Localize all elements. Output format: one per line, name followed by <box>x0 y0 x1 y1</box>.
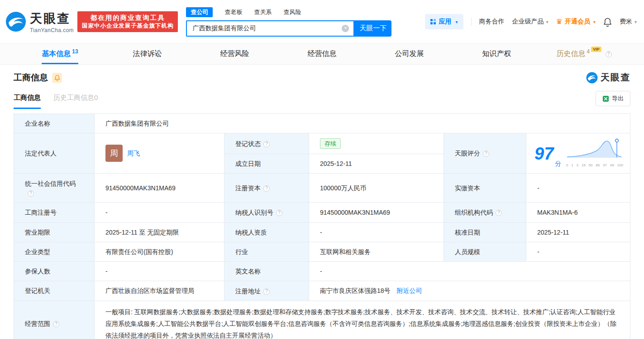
chevron-down-icon: ▾ <box>456 19 458 24</box>
help-icon[interactable]: ? <box>483 151 489 157</box>
subscribe-bell-icon[interactable] <box>52 73 62 83</box>
field-label-text: 注册地址 <box>235 287 261 295</box>
credit-code-value: 91450000MAK3N1MA69 <box>95 174 224 202</box>
tab-company-development[interactable]: 公司发展 <box>366 44 453 64</box>
username: 费米 <box>620 18 632 26</box>
tab-label: 经营风险 <box>220 49 249 59</box>
field-label: 实缴资本 <box>444 174 526 202</box>
reg-capital-value: 100000万人民币 <box>309 174 444 202</box>
vip-badge: VIP <box>591 47 601 52</box>
nearby-companies-link[interactable]: 附近公司 <box>396 287 422 294</box>
tab-history-info[interactable]: 历史信息 4 VIP ? <box>540 44 628 64</box>
enterprise-products-label: 企业级产品 <box>512 18 544 26</box>
search-tab-risk[interactable]: 查风险 <box>283 8 301 16</box>
field-label: 人员规模 <box>444 242 526 261</box>
search-input[interactable] <box>187 21 353 36</box>
staff-size-value: - <box>526 242 630 261</box>
subtab-business-info[interactable]: 工商信息 <box>14 94 41 109</box>
open-vip-label: 开通会员 <box>565 18 590 26</box>
field-label-text: 注册资本 <box>235 184 261 192</box>
tab-label: 知识产权 <box>482 49 511 59</box>
tab-operating-info[interactable]: 经营信息 <box>278 44 366 64</box>
help-icon[interactable]: ? <box>263 288 270 295</box>
business-term-value: 2025-12-11 至 无固定期限 <box>95 222 224 242</box>
tab-intellectual-property[interactable]: 知识产权 <box>453 44 540 64</box>
tab-label: 历史信息 <box>556 49 585 59</box>
tab-operating-risk[interactable]: 经营风险 <box>191 44 278 64</box>
search-tab-company[interactable]: 查公司 <box>186 7 213 17</box>
header-menu: 应用 ▾ 商务合作 企业级产品 ▾ ♛ 开通会员 ▾ 费米 ▾ <box>425 14 637 29</box>
help-icon[interactable]: ? <box>263 185 270 192</box>
help-icon[interactable]: ? <box>263 141 270 147</box>
status-badge: 存续 <box>320 138 341 149</box>
tianyan-score-value: 97 <box>534 145 553 162</box>
field-label: 行业 <box>224 242 309 261</box>
tab-basic-info[interactable]: 基本信息 13 <box>16 44 104 64</box>
business-cooperation-link[interactable]: 商务合作 <box>479 18 505 26</box>
search-tab-boss[interactable]: 查老板 <box>224 8 242 16</box>
help-icon[interactable]: ? <box>53 321 59 327</box>
clear-icon[interactable]: × <box>342 25 349 32</box>
apps-button[interactable]: 应用 ▾ <box>425 14 463 29</box>
establish-date-value: 2025-12-11 <box>309 154 444 174</box>
field-label: 英文名称 <box>224 261 309 281</box>
field-label: 法定代表人 <box>14 133 95 174</box>
address-value: 南宁市良庆区体强路18号 <box>320 287 391 294</box>
field-label: 纳税人资质 <box>224 222 309 242</box>
export-button[interactable]: 导出 <box>596 91 630 106</box>
table-row: 法定代表人 周 周飞 登记状态? 存续 天眼评分? 97 分 <box>14 133 630 154</box>
crown-icon: ♛ <box>556 18 563 25</box>
legal-rep-link[interactable]: 周飞 <box>127 149 140 158</box>
help-icon[interactable]: ? <box>606 51 612 57</box>
tab-legal-proceedings[interactable]: 法律诉讼 <box>104 44 191 64</box>
user-menu[interactable]: 费米 ▾ <box>620 18 637 26</box>
industry-value: 互联网和相关服务 <box>309 242 444 261</box>
grid-icon <box>430 19 436 24</box>
enterprise-products-link[interactable]: 企业级产品 ▾ <box>512 18 549 26</box>
field-label: 营业期限 <box>14 222 95 242</box>
tab-count: 4 <box>587 48 590 55</box>
field-label: 天眼评分? <box>444 133 526 174</box>
table-row: 营业期限 2025-12-11 至 无固定期限 纳税人资质 - 核准日期 202… <box>14 222 630 242</box>
field-label: 纳税人识别号? <box>224 202 309 222</box>
org-code-value: MAK3N1MA-6 <box>526 202 630 222</box>
subtab-history-business-info[interactable]: 历史工商信息0 <box>53 94 98 109</box>
score-marker-pin <box>615 139 619 142</box>
tab-label: 基本信息 <box>42 49 71 59</box>
score-unit: 分 <box>555 159 561 170</box>
field-label-text: 经营范围 <box>25 320 50 328</box>
field-label-text: 天眼评分 <box>455 150 480 157</box>
tab-count: 13 <box>72 48 78 55</box>
tianyancha-logo-icon <box>5 11 26 32</box>
insured-num-value: - <box>95 261 224 281</box>
chevron-down-icon: ▾ <box>634 19 637 24</box>
excel-icon <box>602 95 609 102</box>
business-cooperation-label: 商务合作 <box>479 18 505 26</box>
address-cell: 南宁市良庆区体强路18号 附近公司 <box>309 281 630 301</box>
field-label: 组织机构代码? <box>444 202 526 222</box>
tab-label: 经营信息 <box>308 49 337 59</box>
field-label-text: 登记状态 <box>235 140 261 147</box>
header: 天眼查 TianYanCha.com 都在用的商业查询工具 国家中小企业发展子基… <box>0 0 644 43</box>
taxpayer-qualification-value: - <box>309 222 444 242</box>
search-button[interactable]: 天眼一下 <box>354 20 391 37</box>
field-label: 统一社会信用代码? <box>14 174 95 202</box>
score-cell: 97 分 0131550859799100 <box>526 133 630 174</box>
company-type-value: 有限责任公司(国有控股) <box>95 242 224 261</box>
field-label: 登记机关 <box>14 281 95 301</box>
tianyancha-logo[interactable]: 天眼查 TianYanCha.com <box>5 10 74 33</box>
help-icon[interactable]: ? <box>276 210 282 216</box>
company-nav-tabs: 基本信息 13 法律诉讼 经营风险 经营信息 公司发展 知识产权 历史信息 4 … <box>0 43 644 65</box>
tab-label: 法律诉讼 <box>133 49 162 59</box>
tianyancha-logo-icon <box>586 72 598 84</box>
table-row: 参保人数 - 英文名称 - <box>14 261 630 281</box>
field-label-text: 统一社会信用代码 <box>25 180 76 187</box>
legal-rep-avatar[interactable]: 周 <box>105 145 123 162</box>
help-icon[interactable]: ? <box>496 210 502 216</box>
search-tab-relation[interactable]: 查关系 <box>254 8 272 16</box>
help-icon[interactable]: ? <box>28 190 34 197</box>
notification-bell-icon[interactable] <box>603 17 612 27</box>
field-label: 参保人数 <box>14 261 95 281</box>
logo-domain: TianYanCha.com <box>30 27 74 33</box>
open-vip-link[interactable]: ♛ 开通会员 ▾ <box>556 18 596 26</box>
